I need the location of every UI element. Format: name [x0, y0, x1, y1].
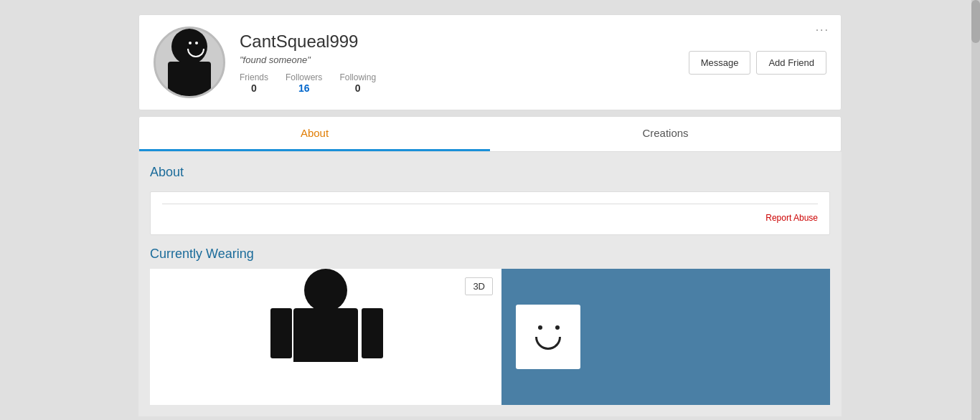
tabs-container: About Creations	[138, 116, 842, 152]
smiley-eye-right	[555, 325, 560, 330]
smiley-mouth	[535, 337, 561, 350]
profile-stats: Friends 0 Followers 16 Following 0	[240, 72, 689, 94]
content-area: About Report Abuse Currently Wearing 3D	[138, 152, 842, 416]
3d-button[interactable]: 3D	[465, 277, 493, 295]
stat-followers: Followers 16	[286, 72, 322, 94]
figure-arm-right	[362, 308, 383, 358]
friends-label: Friends	[240, 72, 268, 82]
profile-card: CantSqueal999 "found someone" Friends 0 …	[138, 14, 842, 110]
friends-count: 0	[240, 82, 268, 94]
message-button[interactable]: Message	[689, 51, 751, 75]
smiley-face	[527, 315, 570, 358]
figure-head	[304, 269, 347, 312]
report-abuse-link[interactable]: Report Abuse	[162, 213, 818, 223]
add-friend-button[interactable]: Add Friend	[756, 51, 826, 75]
items-panel	[501, 269, 830, 405]
scrollbar-track[interactable]	[971, 0, 980, 420]
figure-arm-left	[270, 308, 292, 358]
tab-about[interactable]: About	[139, 117, 490, 151]
item-card-smiley[interactable]	[516, 305, 580, 369]
profile-actions: Message Add Friend	[689, 51, 826, 75]
followers-label: Followers	[286, 72, 322, 82]
about-box: Report Abuse	[150, 191, 830, 235]
profile-username: CantSqueal999	[240, 32, 689, 52]
followers-count: 16	[286, 82, 322, 94]
tabs-row: About Creations	[139, 117, 841, 151]
figure-torso	[293, 308, 358, 362]
about-heading: About	[150, 159, 830, 186]
scrollbar-thumb[interactable]	[971, 0, 980, 43]
stat-friends: Friends 0	[240, 72, 268, 94]
following-count: 0	[339, 82, 376, 94]
smiley-eye-left	[538, 325, 542, 330]
more-options-icon[interactable]: ···	[816, 24, 829, 37]
stat-following: Following 0	[339, 72, 376, 94]
avatar-3d-figure	[268, 269, 383, 405]
following-label: Following	[339, 72, 376, 82]
tab-creations[interactable]: Creations	[490, 117, 841, 151]
avatar-3d-panel: 3D	[150, 269, 501, 405]
wearing-grid: 3D	[150, 269, 830, 405]
profile-status: "found someone"	[240, 54, 689, 65]
currently-wearing-heading: Currently Wearing	[150, 247, 830, 262]
about-divider	[162, 204, 818, 204]
avatar	[154, 27, 225, 98]
profile-info: CantSqueal999 "found someone" Friends 0 …	[240, 32, 689, 94]
